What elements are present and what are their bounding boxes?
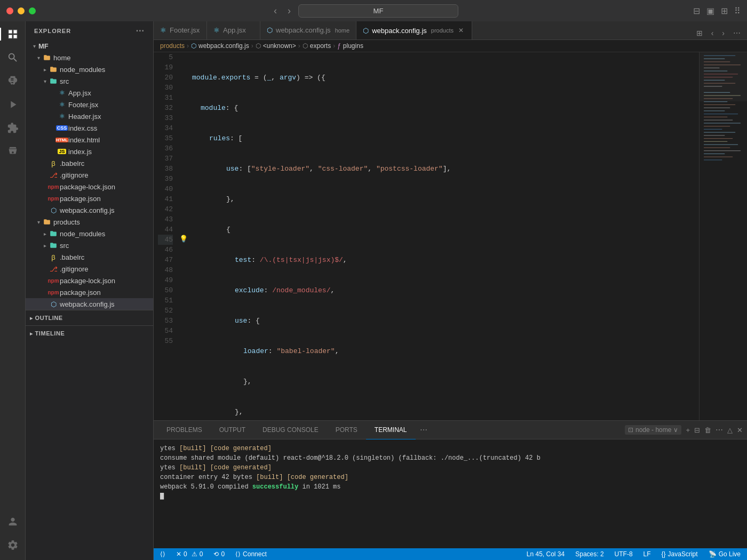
- react-icon: ⚛: [58, 89, 66, 97]
- split-icon[interactable]: ⊞: [721, 6, 728, 16]
- svg-rect-35: [700, 52, 747, 101]
- tree-folder-src-home[interactable]: ▾ src: [26, 75, 153, 87]
- tab-footer-jsx[interactable]: ⚛ Footer.jsx: [154, 21, 207, 39]
- tab-close-button[interactable]: ✕: [457, 26, 465, 35]
- close-button[interactable]: [6, 7, 13, 14]
- activity-test[interactable]: [2, 141, 23, 162]
- antenna-icon: 📡: [709, 550, 717, 558]
- tab-debug-console[interactable]: DEBUG CONSOLE: [254, 421, 327, 439]
- trash-icon[interactable]: 🗑: [704, 426, 711, 434]
- forward-button[interactable]: ›: [284, 4, 294, 18]
- breadcrumb-plugins[interactable]: plugins: [343, 42, 363, 50]
- activity-settings[interactable]: [2, 534, 23, 556]
- code-content[interactable]: module.exports = (_, argv) => ({ module:…: [188, 52, 699, 420]
- panel-more-icon[interactable]: ⋯: [416, 426, 432, 434]
- terminal-content[interactable]: ytes [built] [code generated] consume sh…: [154, 439, 747, 548]
- outline-header[interactable]: ▸ OUTLINE: [26, 314, 153, 322]
- tree-file-babelrc-home[interactable]: ▸ β .babelrc: [26, 157, 153, 169]
- tab-webpack-home[interactable]: ⬡ webpack.config.js home: [260, 21, 356, 39]
- panel: PROBLEMS OUTPUT DEBUG CONSOLE PORTS TERM…: [154, 420, 747, 548]
- tab-footer-label: Footer.jsx: [170, 26, 200, 34]
- sidebar-toggle-icon[interactable]: ⊟: [693, 6, 700, 16]
- status-encoding[interactable]: UTF-8: [613, 550, 635, 558]
- tree-file-package-home[interactable]: ▸ npm package.json: [26, 193, 153, 204]
- tab-ports[interactable]: PORTS: [327, 421, 366, 439]
- status-ln-col[interactable]: Ln 45, Col 34: [525, 550, 567, 558]
- tab-nav-back-icon[interactable]: ‹: [709, 27, 716, 39]
- tree-root-mf[interactable]: ▾ MF: [26, 40, 153, 52]
- npm-icon: npm: [49, 288, 58, 297]
- tree-file-index-css[interactable]: ▸ CSS index.css: [26, 122, 153, 134]
- svg-rect-19: [704, 114, 738, 114]
- terminal-more-icon[interactable]: ⋯: [716, 426, 723, 434]
- activity-explorer[interactable]: [2, 23, 23, 45]
- activity-search[interactable]: [2, 47, 23, 68]
- breadcrumb-products[interactable]: products: [160, 42, 185, 50]
- status-port[interactable]: ⟲ 0: [211, 550, 227, 558]
- tree-folder-home[interactable]: ▾ home: [26, 52, 153, 63]
- maximize-button[interactable]: [29, 7, 36, 14]
- back-button[interactable]: ‹: [271, 4, 280, 18]
- tree-file-babelrc-products[interactable]: ▸ β .babelrc: [26, 251, 153, 263]
- activity-bottom: [2, 511, 23, 560]
- babelrc-products-label: .babelrc: [60, 253, 84, 261]
- maximize-panel-icon[interactable]: △: [727, 426, 733, 434]
- tab-app-jsx[interactable]: ⚛ App.jsx: [207, 21, 260, 39]
- activity-extensions[interactable]: [2, 117, 23, 139]
- tree-file-webpack-home[interactable]: ▸ ⬡ webpack.config.js: [26, 204, 153, 216]
- layout-icon[interactable]: ▣: [706, 6, 714, 16]
- split-terminal-icon[interactable]: ⊟: [694, 426, 700, 434]
- css-icon: CSS: [58, 124, 66, 132]
- tab-problems[interactable]: PROBLEMS: [158, 421, 211, 439]
- tab-webpack-products[interactable]: ⬡ webpack.config.js products ✕: [356, 21, 472, 39]
- sidebar-more-icon[interactable]: ⋯: [136, 26, 145, 36]
- activity-run-debug[interactable]: [2, 94, 23, 115]
- tree-file-footer-jsx[interactable]: ▸ ⚛ Footer.jsx: [26, 99, 153, 110]
- breadcrumb-unknown[interactable]: <unknown>: [263, 42, 296, 50]
- svg-rect-17: [704, 108, 730, 108]
- tree-folder-src-products[interactable]: ▸ src: [26, 239, 153, 251]
- tab-terminal[interactable]: TERMINAL: [366, 421, 416, 439]
- customize-icon[interactable]: ⠿: [734, 6, 741, 16]
- status-spaces[interactable]: Spaces: 2: [573, 550, 606, 558]
- tree-file-header-jsx[interactable]: ▸ ⚛ Header.jsx: [26, 110, 153, 122]
- tree-file-index-js[interactable]: ▸ JS index.js: [26, 146, 153, 157]
- tree-file-index-html[interactable]: ▸ HTML index.html: [26, 134, 153, 146]
- svg-rect-23: [704, 126, 730, 126]
- status-language[interactable]: {} JavaScript: [659, 550, 700, 558]
- breadcrumb-webpack[interactable]: webpack.config.js: [198, 42, 249, 50]
- status-errors[interactable]: ✕ 0 ⚠ 0: [174, 550, 205, 558]
- minimize-button[interactable]: [18, 7, 25, 14]
- folder-open-icon: [43, 53, 51, 62]
- tree-folder-node-modules-products[interactable]: ▸ node_modules: [26, 228, 153, 239]
- tree-file-app-jsx[interactable]: ▸ ⚛ App.jsx: [26, 87, 153, 99]
- activity-source-control[interactable]: [2, 70, 23, 92]
- search-input[interactable]: [298, 4, 458, 18]
- tree-file-package-products[interactable]: ▸ npm package.json: [26, 286, 153, 298]
- status-connect[interactable]: ⟨⟩ Connect: [233, 550, 269, 558]
- breadcrumb-exports[interactable]: exports: [310, 42, 331, 50]
- tree-file-gitignore-products[interactable]: ▸ ⎇ .gitignore: [26, 263, 153, 275]
- status-go-live[interactable]: 📡 Go Live: [706, 550, 743, 558]
- tree-file-gitignore-home[interactable]: ▸ ⎇ .gitignore: [26, 169, 153, 181]
- tab-output[interactable]: OUTPUT: [211, 421, 254, 439]
- split-editor-icon[interactable]: ⊞: [694, 27, 705, 39]
- add-terminal-icon[interactable]: +: [686, 426, 690, 434]
- activity-account[interactable]: [2, 511, 23, 532]
- tab-more-icon[interactable]: ⋯: [731, 27, 743, 39]
- status-remote[interactable]: ⟨⟩: [158, 550, 168, 558]
- close-panel-icon[interactable]: ✕: [737, 426, 743, 434]
- tree-folder-products[interactable]: ▾ products: [26, 216, 153, 228]
- tree-file-packagelock-products[interactable]: ▸ npm package-lock.json: [26, 275, 153, 286]
- js-icon: JS: [58, 147, 66, 156]
- tree-file-webpack-products[interactable]: ▸ ⬡ webpack.config.js: [26, 298, 153, 310]
- tab-nav-forward-icon[interactable]: ›: [720, 27, 727, 39]
- tree-folder-node-modules-home[interactable]: ▸ node_modules: [26, 63, 153, 75]
- timeline-header[interactable]: ▸ TIMELINE: [26, 329, 153, 338]
- tree-file-packagelock-home[interactable]: ▸ npm package-lock.json: [26, 181, 153, 193]
- terminal-session-selector[interactable]: ⊡ node - home ∨: [625, 425, 681, 435]
- src-label: src: [60, 77, 69, 85]
- code-line-33: test: /\.(ts|tsx|js|jsx)$/,: [192, 255, 695, 265]
- breadcrumb-unknown-icon: ⬡: [256, 42, 261, 50]
- status-eol[interactable]: LF: [641, 550, 653, 558]
